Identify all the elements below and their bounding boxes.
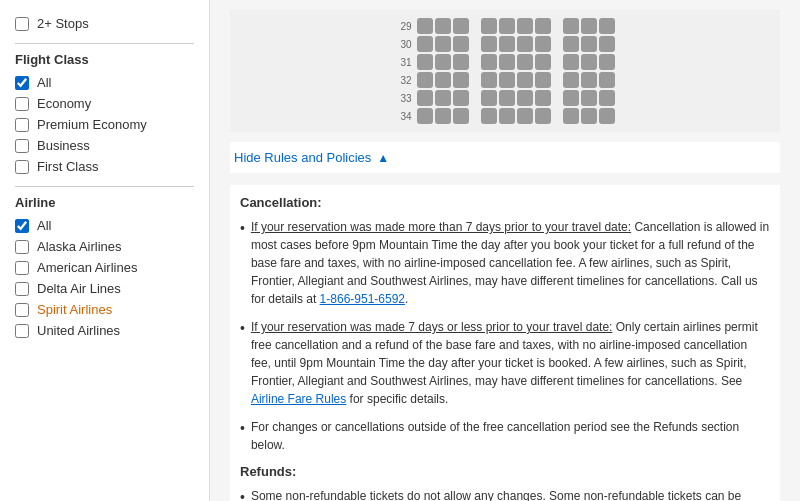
seat[interactable]: [417, 54, 433, 70]
seat[interactable]: [563, 18, 579, 34]
seat[interactable]: [499, 108, 515, 124]
seat[interactable]: [453, 72, 469, 88]
phone-link-1[interactable]: 1-866-951-6592: [320, 292, 405, 306]
seat[interactable]: [563, 108, 579, 124]
seat[interactable]: [435, 108, 451, 124]
seat[interactable]: [599, 54, 615, 70]
checkbox-united[interactable]: [15, 324, 29, 338]
filter-item-business[interactable]: Business: [15, 138, 194, 153]
seat[interactable]: [535, 90, 551, 106]
seat[interactable]: [417, 72, 433, 88]
checkbox-spirit[interactable]: [15, 303, 29, 317]
filter-item-all-airline[interactable]: All: [15, 218, 194, 233]
seat[interactable]: [535, 36, 551, 52]
fare-rules-link-1[interactable]: Airline Fare Rules: [251, 392, 346, 406]
seat[interactable]: [517, 36, 533, 52]
filter-item-united[interactable]: United Airlines: [15, 323, 194, 338]
seat[interactable]: [453, 18, 469, 34]
checkbox-american[interactable]: [15, 261, 29, 275]
filter-item-first-class[interactable]: First Class: [15, 159, 194, 174]
seat[interactable]: [517, 54, 533, 70]
seat[interactable]: [499, 54, 515, 70]
seat[interactable]: [563, 54, 579, 70]
seat[interactable]: [599, 108, 615, 124]
checkbox-delta[interactable]: [15, 282, 29, 296]
filter-item-premium-economy[interactable]: Premium Economy: [15, 117, 194, 132]
seat[interactable]: [517, 72, 533, 88]
seat-row-30: 30: [396, 36, 615, 52]
seat[interactable]: [581, 108, 597, 124]
seat-row-number: 30: [396, 39, 412, 50]
checkbox-all-airline[interactable]: [15, 219, 29, 233]
seat[interactable]: [499, 36, 515, 52]
seat[interactable]: [535, 108, 551, 124]
seat[interactable]: [417, 90, 433, 106]
seat[interactable]: [563, 72, 579, 88]
seat[interactable]: [535, 18, 551, 34]
seat[interactable]: [599, 18, 615, 34]
seat[interactable]: [435, 18, 451, 34]
seat[interactable]: [453, 90, 469, 106]
seat[interactable]: [581, 18, 597, 34]
seat[interactable]: [499, 90, 515, 106]
seat[interactable]: [581, 36, 597, 52]
checkbox-first-class[interactable]: [15, 160, 29, 174]
bullet-dot-4: •: [240, 487, 245, 501]
seat[interactable]: [499, 72, 515, 88]
checkbox-business[interactable]: [15, 139, 29, 153]
checkbox-2plus-stops[interactable]: [15, 17, 29, 31]
filter-item-american[interactable]: American Airlines: [15, 260, 194, 275]
filter-item-all-class[interactable]: All: [15, 75, 194, 90]
seat[interactable]: [481, 72, 497, 88]
rules-header: Hide Rules and Policies ▲: [230, 142, 780, 173]
seat[interactable]: [481, 36, 497, 52]
seat[interactable]: [517, 108, 533, 124]
seat[interactable]: [535, 54, 551, 70]
filter-item-economy[interactable]: Economy: [15, 96, 194, 111]
seat-row-34: 34: [396, 108, 615, 124]
airline-title: Airline: [15, 195, 194, 210]
filter-item-spirit[interactable]: Spirit Airlines: [15, 302, 194, 317]
refunds-text-1: Some non-refundable tickets do not allow…: [251, 487, 770, 501]
seat[interactable]: [599, 72, 615, 88]
seat[interactable]: [481, 54, 497, 70]
bullet-dot-3: •: [240, 418, 245, 439]
seat[interactable]: [417, 18, 433, 34]
seat[interactable]: [599, 36, 615, 52]
seat[interactable]: [453, 36, 469, 52]
seat[interactable]: [481, 108, 497, 124]
checkbox-premium-economy[interactable]: [15, 118, 29, 132]
seat[interactable]: [563, 90, 579, 106]
seat[interactable]: [435, 36, 451, 52]
seat[interactable]: [581, 90, 597, 106]
label-business: Business: [37, 138, 90, 153]
seat[interactable]: [517, 18, 533, 34]
seat[interactable]: [435, 90, 451, 106]
filter-item-delta[interactable]: Delta Air Lines: [15, 281, 194, 296]
seat-row-32: 32: [396, 72, 615, 88]
seat[interactable]: [453, 108, 469, 124]
checkbox-all-class[interactable]: [15, 76, 29, 90]
seat[interactable]: [481, 18, 497, 34]
seat[interactable]: [581, 54, 597, 70]
cancellation-text-2: If your reservation was made 7 days or l…: [251, 318, 770, 408]
seat[interactable]: [499, 18, 515, 34]
cancellation-bullet-1: • If your reservation was made more than…: [240, 218, 770, 308]
seat[interactable]: [581, 72, 597, 88]
seat[interactable]: [517, 90, 533, 106]
bullet-dot-2: •: [240, 318, 245, 339]
checkbox-economy[interactable]: [15, 97, 29, 111]
seat[interactable]: [563, 36, 579, 52]
seat[interactable]: [535, 72, 551, 88]
seat[interactable]: [453, 54, 469, 70]
hide-rules-link[interactable]: Hide Rules and Policies: [234, 150, 371, 165]
seat[interactable]: [481, 90, 497, 106]
seat[interactable]: [599, 90, 615, 106]
seat[interactable]: [417, 108, 433, 124]
filter-item-2plus-stops[interactable]: 2+ Stops: [15, 16, 194, 31]
checkbox-alaska[interactable]: [15, 240, 29, 254]
seat[interactable]: [435, 72, 451, 88]
seat[interactable]: [417, 36, 433, 52]
seat[interactable]: [435, 54, 451, 70]
filter-item-alaska[interactable]: Alaska Airlines: [15, 239, 194, 254]
